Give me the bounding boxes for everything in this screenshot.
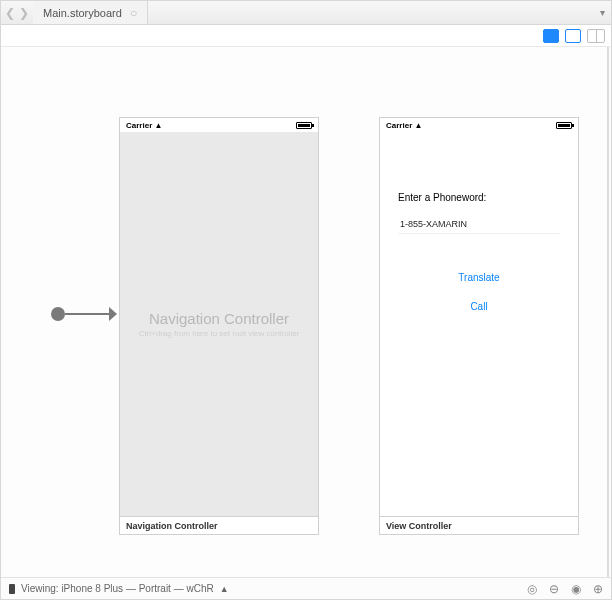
- phoneword-label: Enter a Phoneword:: [398, 192, 560, 203]
- close-icon[interactable]: ○: [130, 6, 137, 20]
- zoom-actual-icon[interactable]: ◉: [571, 582, 581, 596]
- carrier-label: Carrier ▲: [386, 121, 422, 130]
- wifi-icon: ▲: [414, 121, 422, 130]
- tabbar-right: ▾: [600, 7, 611, 18]
- translate-button[interactable]: Translate: [458, 272, 499, 283]
- battery-icon: [296, 122, 312, 129]
- entry-point-dot[interactable]: [51, 307, 65, 321]
- device-icon: [9, 584, 15, 594]
- zoom-out-icon[interactable]: ⊖: [549, 582, 559, 596]
- nav-placeholder-subtitle: Ctrl+drag from here to set root view con…: [139, 329, 300, 338]
- status-bar: Carrier ▲: [120, 118, 318, 132]
- battery-icon: [556, 122, 572, 129]
- canvas-toolbar: [1, 25, 611, 47]
- wifi-icon: ▲: [154, 121, 162, 130]
- nav-placeholder-title: Navigation Controller: [149, 310, 289, 327]
- entry-point-arrow-icon: [109, 307, 117, 321]
- tab-bar: ❮ ❯ Main.storyboard ○ ▾: [1, 1, 611, 25]
- toolbar-toggle-b[interactable]: [565, 29, 581, 43]
- entry-point-segue: [65, 313, 111, 315]
- trait-variations-icon[interactable]: ▲: [220, 584, 229, 594]
- document-tab[interactable]: Main.storyboard ○: [33, 1, 148, 24]
- storyboard-canvas[interactable]: Carrier ▲ Navigation Controller Ctrl+dra…: [1, 47, 611, 577]
- nav-arrows: ❮ ❯: [1, 6, 33, 20]
- storyboard-editor: ❮ ❯ Main.storyboard ○ ▾ Carrier ▲ Naviga…: [0, 0, 612, 600]
- view-controller-scene[interactable]: Carrier ▲ Enter a Phoneword: Translate C…: [379, 117, 579, 535]
- view-controller-body: Enter a Phoneword: Translate Call: [380, 132, 578, 516]
- nav-forward-icon[interactable]: ❯: [19, 6, 29, 20]
- navigation-controller-scene[interactable]: Carrier ▲ Navigation Controller Ctrl+dra…: [119, 117, 319, 535]
- zoom-in-icon[interactable]: ⊕: [593, 582, 603, 596]
- phoneword-input[interactable]: [398, 215, 560, 234]
- nav-back-icon[interactable]: ❮: [5, 6, 15, 20]
- right-gutter: [607, 47, 609, 577]
- toolbar-toggle-a[interactable]: [543, 29, 559, 43]
- button-stack: Translate Call: [398, 272, 560, 312]
- call-button[interactable]: Call: [470, 301, 487, 312]
- zoom-fit-icon[interactable]: ◎: [527, 582, 537, 596]
- panel-toggle-icon[interactable]: [587, 29, 605, 43]
- scene-caption[interactable]: View Controller: [380, 516, 578, 534]
- zoom-controls: ◎ ⊖ ◉ ⊕: [527, 582, 603, 596]
- tab-title: Main.storyboard: [43, 7, 122, 19]
- navigation-controller-body: Navigation Controller Ctrl+drag from her…: [120, 132, 318, 516]
- status-bar-footer: Viewing: iPhone 8 Plus — Portrait — wChR…: [1, 577, 611, 599]
- chevron-down-icon[interactable]: ▾: [600, 7, 605, 18]
- status-bar: Carrier ▲: [380, 118, 578, 132]
- viewing-label[interactable]: Viewing: iPhone 8 Plus — Portrait — wChR: [21, 583, 214, 594]
- scene-caption[interactable]: Navigation Controller: [120, 516, 318, 534]
- carrier-label: Carrier ▲: [126, 121, 162, 130]
